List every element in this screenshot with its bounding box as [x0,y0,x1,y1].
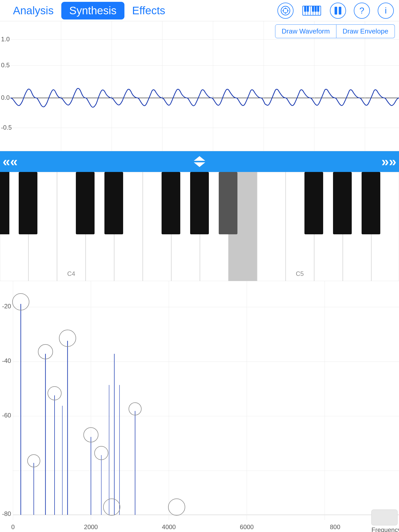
svg-text:C4: C4 [67,270,75,277]
svg-rect-54 [219,172,237,234]
svg-rect-52 [162,172,180,234]
spectrum-display: -20 -40 -60 -80 0 2000 4000 6000 800 Fre… [0,281,399,532]
svg-rect-55 [304,172,323,234]
piano-keyboard[interactable]: C4 C5 [0,172,399,281]
pause-button[interactable] [330,3,346,19]
svg-point-4 [285,8,286,9]
svg-rect-43 [257,172,285,281]
chevron-down-icon [194,162,205,167]
svg-point-3 [287,10,289,11]
waveform-display: Draw Waveform Draw Envelope 1.0 0.5 0.0 … [0,21,399,151]
svg-point-1 [283,8,288,13]
info-icon: i [385,5,387,16]
top-navigation: Analysis Synthesis Effects [0,0,399,21]
piano-keys-svg: C4 C5 [0,172,399,281]
svg-point-5 [285,12,286,14]
keyboard-icon[interactable] [301,3,322,19]
svg-rect-13 [304,6,306,12]
spectrum-svg: -20 -40 -60 -80 0 2000 4000 6000 800 Fre… [0,281,399,532]
info-button[interactable]: i [378,3,394,19]
svg-text:Frequency (Hz): Frequency (Hz) [371,526,399,532]
toolbar-icons: ? i [277,3,394,19]
draw-waveform-button[interactable]: Draw Waveform [275,24,336,38]
scroll-left-button[interactable]: «« [3,154,18,169]
svg-text:4000: 4000 [162,523,176,530]
scroll-right-button[interactable]: »» [381,154,396,169]
svg-rect-50 [76,172,95,234]
svg-text:-20: -20 [2,303,11,310]
piano-scroll-bar: «« »» [0,151,399,172]
waveform-buttons: Draw Waveform Draw Envelope [275,24,395,38]
svg-rect-57 [362,172,380,234]
pause-icon [335,7,341,15]
settings-icon[interactable] [277,3,294,19]
svg-rect-58 [0,172,9,234]
help-button[interactable]: ? [354,3,370,19]
svg-point-100 [168,499,185,515]
svg-rect-56 [333,172,352,234]
svg-rect-101 [371,510,397,525]
chevron-up-icon [194,156,205,161]
svg-text:800: 800 [330,523,340,530]
question-icon: ? [360,5,364,16]
svg-text:C5: C5 [296,270,304,277]
tab-analysis[interactable]: Analysis [5,2,61,19]
svg-text:-60: -60 [2,412,11,419]
svg-rect-49 [19,172,37,234]
svg-rect-16 [315,6,317,12]
svg-text:-40: -40 [2,357,11,364]
scroll-center[interactable] [194,156,205,167]
svg-point-2 [283,10,284,11]
svg-point-99 [103,499,120,515]
svg-text:2000: 2000 [84,523,98,530]
svg-text:0: 0 [11,523,15,530]
tab-effects[interactable]: Effects [124,2,173,19]
svg-rect-17 [317,6,319,12]
draw-envelope-button[interactable]: Draw Envelope [336,24,395,38]
svg-rect-53 [190,172,209,234]
svg-rect-15 [312,6,314,12]
svg-point-0 [281,6,290,15]
svg-rect-14 [307,6,309,12]
svg-text:6000: 6000 [240,523,254,530]
svg-rect-51 [104,172,123,234]
tab-synthesis[interactable]: Synthesis [61,2,124,19]
waveform-grid-svg [0,21,399,151]
svg-text:-80: -80 [2,510,11,517]
